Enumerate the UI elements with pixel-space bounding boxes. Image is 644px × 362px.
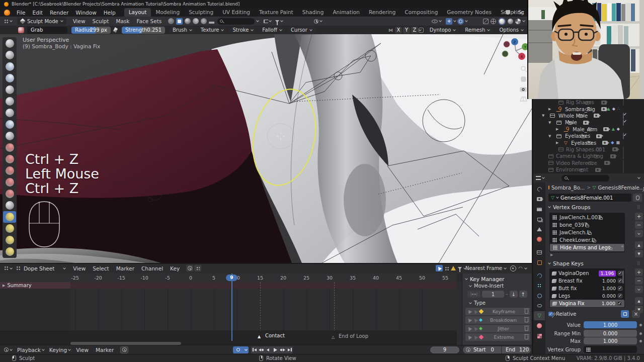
keying-set-chevron[interactable] [243, 346, 249, 353]
keytype-row-keyframe[interactable]: Keyframe [465, 308, 530, 315]
vertex-group-move-up-button[interactable]: ▲ [635, 241, 643, 249]
stroke-dropdown[interactable]: Stroke [229, 27, 257, 34]
strength-slider[interactable]: Strength 0.251 [122, 27, 165, 34]
viewport-menu-view[interactable]: View [69, 18, 89, 24]
tool-multiplane-scrape[interactable] [3, 188, 16, 200]
key-manager-header[interactable]: Key Manager [465, 276, 530, 283]
outliner-row-camera-lighting[interactable]: Camera & Lighting [533, 153, 644, 159]
tool-crease[interactable] [3, 130, 16, 142]
face-set-sphere-icon[interactable] [185, 18, 191, 24]
tab-constraints[interactable] [534, 301, 545, 310]
tool-inflate[interactable] [3, 107, 16, 119]
hide-channels-icon[interactable] [445, 266, 449, 270]
remesh-dropdown[interactable]: Remesh [461, 27, 493, 34]
tool-grab-active[interactable] [3, 211, 16, 223]
current-frame-badge[interactable]: 9 [226, 275, 237, 281]
play-reverse-button[interactable] [265, 346, 271, 353]
workspace-tab-sculpting[interactable]: Sculpting [184, 8, 218, 17]
menu-window[interactable]: Window [72, 10, 100, 16]
dopesheet-filter-icon[interactable] [458, 267, 462, 269]
vertex-group-row[interactable]: bone_0397 [549, 221, 625, 229]
trash-icon[interactable] [525, 327, 528, 331]
workspace-tab-rendering[interactable]: Rendering [364, 8, 400, 17]
tab-object[interactable] [534, 258, 545, 267]
properties-editor-selector[interactable] [533, 176, 544, 180]
shape-key-row[interactable]: VaginaOpen 1.196 [549, 269, 625, 277]
mode-selector[interactable]: Sculpt Mode [17, 18, 66, 25]
shading-rendered-icon[interactable] [515, 19, 521, 24]
outliner-row-male[interactable]: ▼Male [533, 119, 644, 126]
breadcrumb-object[interactable]: Sombra_Bo... [551, 185, 585, 191]
shape-keys-panel-header[interactable]: Shape Keys ⣿ [545, 259, 644, 267]
move-up-button[interactable]: ↑ [519, 291, 527, 298]
tab-collection[interactable] [534, 248, 545, 257]
max-field[interactable]: 1.000 [584, 337, 637, 344]
animate-dot[interactable] [639, 324, 642, 326]
shape-key-specials-button[interactable] [635, 286, 643, 293]
outliner-row-whole-male[interactable]: ▼Whole Male [533, 113, 644, 119]
outliner-row-rig-shapes-001[interactable]: Rig Shapes.001 [533, 146, 644, 153]
mirror-y-button[interactable]: Y [403, 27, 410, 34]
trash-icon[interactable] [525, 310, 528, 314]
shading-material-icon[interactable] [508, 19, 513, 24]
blender-app-icon[interactable] [4, 10, 10, 16]
id-name-field[interactable]: ▽ Genesis8Female.001 [548, 194, 631, 202]
shape-key-mute-checkbox[interactable] [618, 279, 622, 283]
tab-view-layer[interactable] [534, 215, 545, 224]
shape-key-mute-checkbox[interactable] [618, 286, 622, 291]
tool-fill[interactable] [3, 165, 16, 176]
marker-contact-label[interactable]: Contact [265, 333, 285, 338]
outliner-row-video-reference[interactable]: Video Reference [533, 160, 644, 166]
tool-pinch[interactable] [3, 200, 16, 211]
dopesheet-key-area[interactable]: ▶ Summary ▲ Contact △ End of Loop [0, 282, 457, 341]
outliner-row-environment[interactable]: Environment [533, 166, 644, 173]
mask-toggle-icon[interactable] [176, 18, 183, 25]
brush-preview-icon[interactable] [18, 27, 24, 33]
value-slider[interactable]: 1.000 [584, 321, 637, 328]
frame-end-field[interactable]: End120 [502, 346, 531, 353]
viewport-menu-mask[interactable]: Mask [112, 18, 133, 24]
tab-texture[interactable] [534, 331, 545, 340]
animate-dot[interactable] [639, 340, 642, 342]
keying-menu[interactable]: Keying [49, 347, 70, 353]
workspace-tab-modeling[interactable]: Modeling [151, 8, 184, 17]
vertex-group-row[interactable]: JawClench.L [549, 229, 625, 236]
dopesheet-menu-marker[interactable]: Marker [113, 265, 138, 272]
tool-scrape[interactable] [3, 176, 16, 188]
tab-object-data-active[interactable]: ▽ [534, 311, 545, 320]
current-frame-field[interactable]: 9 [430, 346, 459, 353]
shape-key-edit-mode-button[interactable] [621, 310, 629, 318]
tool-elastic-deform[interactable] [3, 223, 16, 234]
tool-draw-sharp[interactable] [3, 49, 16, 61]
viewport-menu-face-sets[interactable]: Face Sets [133, 18, 165, 24]
marker-end-of-loop-label[interactable]: End of Loop [339, 333, 368, 339]
menu-edit[interactable]: Edit [29, 10, 46, 16]
playback-menu[interactable]: Playback [17, 347, 44, 353]
outliner-row-eyelashes-mesh[interactable]: ▶▽Eyelashes ↳◆■ [533, 139, 644, 146]
properties-search-input[interactable] [561, 175, 609, 182]
viewport-menu-sculpt[interactable]: Sculpt [89, 18, 113, 24]
sync-clock-button[interactable] [120, 346, 128, 353]
vertex-group-row-selected[interactable]: Hide Arms and Legs [550, 244, 624, 251]
type-header[interactable]: Type [469, 300, 530, 306]
menu-file[interactable]: File [13, 10, 29, 16]
workspace-tab-shading[interactable]: Shading [298, 8, 329, 17]
xray-toggle-icon[interactable] [483, 19, 489, 24]
shading-solid-icon[interactable] [498, 18, 506, 25]
shape-key-move-up-button[interactable]: ▲ [635, 297, 643, 305]
radius-slider[interactable]: Radius 299 px [71, 27, 111, 34]
jump-to-start-button[interactable] [251, 346, 258, 353]
overlays-toggle-icon[interactable] [457, 18, 464, 25]
vertex-group-row[interactable]: CheekLower.L [549, 236, 625, 244]
workspace-tab-uv-editing[interactable]: UV Editing [218, 8, 255, 17]
workspace-tab-layout[interactable]: Layout [124, 8, 151, 17]
trash-icon[interactable] [525, 335, 528, 339]
shape-key-mute-checkbox[interactable] [618, 271, 622, 276]
tool-smooth[interactable] [3, 142, 16, 153]
tool-clay[interactable] [3, 61, 16, 72]
filter-selector[interactable] [275, 20, 283, 23]
dopesheet-editor-selector[interactable] [0, 266, 12, 270]
proportional-edit-icon[interactable]: ◠ [518, 265, 523, 271]
previous-keyframe-button[interactable] [258, 346, 265, 353]
dyntopo-checkbox[interactable] [419, 28, 424, 33]
